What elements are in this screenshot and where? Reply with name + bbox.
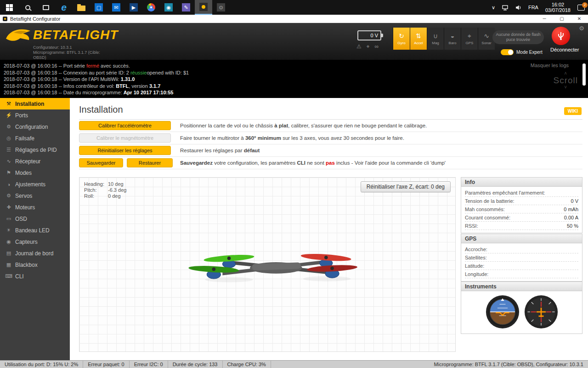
status-icons: ⚠ ⌖ ∞	[356, 43, 379, 50]
taskbar-photos[interactable]: ◉	[160, 0, 177, 15]
version-info: Configurateur: 10.3.1 Microprogramme: BT…	[33, 45, 100, 60]
sidebar-item-motors[interactable]: ✚Moteurs	[0, 201, 70, 213]
gears-icon: ⚙	[5, 124, 13, 130]
reset-settings-button[interactable]: Réinitialiser les réglages	[79, 146, 171, 155]
sidebar-item-osd[interactable]: ▭OSD	[0, 213, 70, 224]
motor-icon: ✚	[5, 204, 13, 210]
sidebar-item-ports[interactable]: ⚡Ports	[0, 109, 70, 121]
minimize-button[interactable]: ─	[536, 15, 553, 23]
restore-button[interactable]: Restaurer	[127, 158, 173, 167]
reset-z-axis-button[interactable]: Réinitialiser l'axe Z, écart: 0 deg	[361, 181, 451, 192]
model-viewport[interactable]: Heading:10 deg Pitch:-6.3 deg Roll:0 deg…	[79, 177, 456, 352]
sidebar-item-failsafe[interactable]: ◎Failsafe	[0, 132, 70, 144]
instruments-box-title: Instruments	[461, 282, 582, 291]
gps-fix-row: Accroche:	[465, 245, 578, 253]
sidebar-item-logging[interactable]: ▤Journal de bord	[0, 247, 70, 259]
accel-calibration-desc: Positionner la carte de vol ou le châssi…	[180, 123, 427, 128]
sidebar-item-adjustments[interactable]: ◑Ajustements	[0, 178, 70, 190]
current-draw-row: Courant consommé:0.00 A	[465, 213, 578, 222]
network-icon	[502, 4, 509, 11]
sensor-gyro: ↻Gyro	[393, 28, 410, 50]
chevron-down-icon: ˅	[553, 86, 578, 89]
start-button[interactable]	[0, 0, 18, 15]
search-icon	[25, 5, 30, 10]
sidebar-item-configuration[interactable]: ⚙Configuration	[0, 121, 70, 132]
log-entry: 2018-07-03 @ 16:00:18 -- Infos contrôleu…	[4, 83, 588, 90]
terminal-icon: ⌨	[5, 273, 13, 279]
log-scroll-control[interactable]: ˄ Scroll ˅	[553, 72, 578, 89]
log-entry: 2018-07-03 @ 16:00:18 -- Date du micropr…	[4, 89, 588, 96]
sidebar-item-blackbox[interactable]: ▦Blackbox	[0, 259, 70, 270]
taskbar-mail[interactable]: ✉	[107, 0, 125, 15]
gear-icon[interactable]: ⚙	[579, 25, 584, 32]
backup-restore-desc: Sauvegardez votre configuration, les par…	[180, 160, 446, 166]
tray-action-center[interactable]: 2	[574, 0, 588, 15]
sidebar-item-modes[interactable]: ⚑Modes	[0, 167, 70, 178]
sidebar-item-installation[interactable]: ⚒Installation	[0, 98, 70, 109]
window-titlebar: Betaflight Configurator ─ ▢ ✕	[0, 15, 588, 23]
gps-latitude-row: Latitude:	[465, 262, 578, 270]
battery-indicator: 0 V	[357, 30, 381, 40]
taskbar-edge[interactable]: e	[55, 0, 73, 15]
photos-icon: ◉	[164, 3, 173, 12]
app-header: BETAFLIGHT Configurateur: 10.3.1 Micropr…	[0, 23, 588, 60]
disconnect-label: Déconnecter	[550, 47, 571, 52]
taskbar-store[interactable]: ▢	[90, 0, 107, 15]
speaker-icon	[515, 4, 522, 11]
tray-clock[interactable]: 16:02 03/07/2018	[542, 0, 574, 15]
search-button[interactable]	[18, 0, 37, 15]
expert-mode-control: Mode Expert	[501, 49, 543, 55]
sidebar-item-cli[interactable]: ⌨CLI	[0, 270, 70, 282]
disconnect-button[interactable]: Déconnecter	[550, 27, 571, 52]
sidebar-nav: ⚒Installation ⚡Ports ⚙Configuration ◎Fai…	[0, 98, 70, 360]
sidebar-item-sensors[interactable]: ◉Capteurs	[0, 236, 70, 247]
gps-box: GPS Accroche: Satellites: Latitude: Long…	[461, 234, 582, 282]
betaflight-bird-icon	[5, 27, 31, 44]
tray-language[interactable]: FRA	[525, 0, 542, 15]
sensor-status-bar: ↻Gyro ⇅Accel ∪Mag ◒Baro ⌖GPS ∿Sonar	[393, 28, 495, 50]
taskbar-pinned-app[interactable]: ⊙	[212, 0, 230, 15]
tray-network[interactable]	[498, 0, 512, 15]
reset-settings-desc: Restaurer les réglages par défaut	[180, 148, 260, 153]
heading-indicator	[524, 295, 558, 329]
tray-chevron[interactable]: ∨	[488, 0, 498, 15]
clock-date: 03/07/2018	[545, 7, 571, 13]
sidebar-item-pid-tuning[interactable]: ☰Réglages de PID	[0, 144, 70, 155]
taskbar-chrome[interactable]	[142, 0, 160, 15]
expert-mode-toggle[interactable]	[501, 49, 514, 55]
taskbar-paint[interactable]: ✎	[177, 0, 195, 15]
calibration-rows: Calibrer l'accéléromètre Positionner la …	[79, 120, 582, 169]
warning-icon: ⚠	[356, 43, 362, 50]
sidebar-item-receiver[interactable]: ∿Récepteur	[0, 155, 70, 167]
hide-logs-link[interactable]: Masquer les logs	[531, 63, 569, 68]
sidebar-item-led-strip[interactable]: ☀Bandeau LED	[0, 224, 70, 236]
scroll-label: Scroll	[553, 75, 578, 86]
i2c-error: Erreur I2C: 0	[130, 361, 168, 368]
chrome-icon	[147, 3, 155, 12]
flag-icon: ⚑	[5, 170, 13, 176]
log-scrollbar[interactable]	[582, 63, 586, 86]
log-entry: 2018-07-03 @ 16:00:18 -- Version de l'AP…	[4, 76, 588, 83]
maximize-button[interactable]: ▢	[553, 15, 571, 23]
taskbar-movies[interactable]: ▶	[125, 0, 142, 15]
sidebar-item-servos[interactable]: ⚙Servos	[0, 190, 70, 201]
task-view-icon	[43, 5, 49, 10]
notification-badge: 2	[582, 2, 588, 8]
log-lines: 2018-07-03 @ 16:00:16 -- Port série ferm…	[0, 60, 588, 96]
wiki-button[interactable]: WIKI	[564, 107, 582, 115]
flash-data-button[interactable]: Aucune donnée de flash puce trouvée	[492, 30, 544, 44]
accel-icon: ⇅	[416, 32, 421, 40]
sensor-baro: ◒Baro	[444, 28, 461, 50]
calibrate-accel-button[interactable]: Calibrer l'accéléromètre	[79, 121, 171, 130]
cycle-time: Durée de cycle: 133	[168, 361, 223, 368]
save-button[interactable]: Sauvegarder	[79, 158, 123, 167]
status-bar: Utilisation du port: D: 15% U: 2% Erreur…	[0, 360, 588, 368]
taskbar-file-explorer[interactable]	[73, 0, 90, 15]
taskbar-betaflight-active[interactable]	[195, 0, 212, 15]
close-button[interactable]: ✕	[571, 15, 588, 23]
calibrate-mag-button[interactable]: Calibrer le magnétomètre	[79, 133, 171, 143]
task-view-button[interactable]	[37, 0, 55, 15]
gyro-icon: ↻	[399, 32, 404, 40]
windows-taskbar: e ▢ ✉ ▶ ◉ ✎ ⊙ ∨ FRA 16:02 03/07/2018 2	[0, 0, 588, 15]
tray-volume[interactable]	[512, 0, 525, 15]
